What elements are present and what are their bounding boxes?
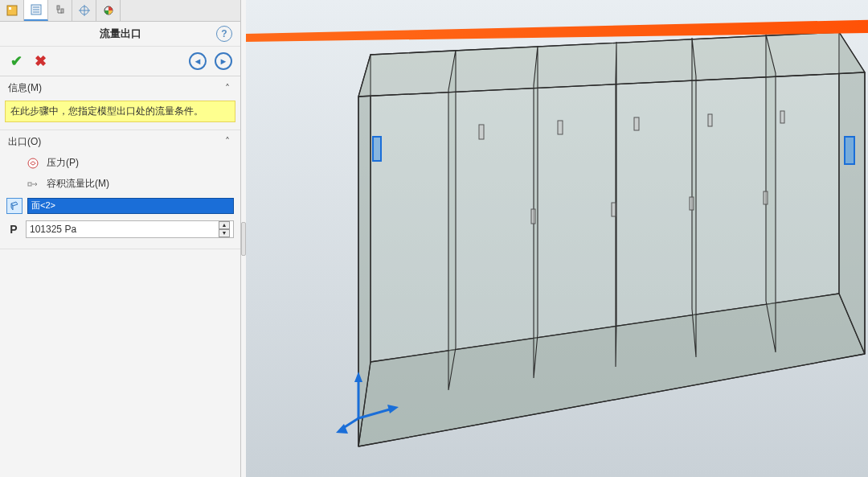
spin-down-button[interactable]: ▼: [219, 229, 230, 237]
chevron-up-icon: ˄: [223, 84, 232, 93]
help-button[interactable]: ?: [216, 26, 232, 42]
svg-rect-32: [612, 203, 616, 216]
chevron-up-icon: ˄: [223, 137, 232, 146]
section-info-label: 信息(M): [8, 81, 42, 95]
svg-rect-36: [845, 137, 854, 164]
ok-button[interactable]: ✔: [8, 53, 24, 69]
graphics-viewport[interactable]: [246, 0, 868, 477]
svg-rect-1: [9, 7, 11, 10]
model-3d-view: [246, 0, 868, 477]
svg-marker-21: [448, 50, 456, 390]
svg-rect-26: [479, 125, 484, 139]
option-pressure-label: 压力(P): [47, 156, 79, 170]
tab-appearance[interactable]: [96, 0, 121, 21]
tab-property-manager[interactable]: [24, 0, 48, 21]
option-volume-ratio-label: 容积流量比(M): [47, 177, 109, 191]
face-icon: [6, 198, 23, 214]
svg-rect-29: [708, 114, 712, 126]
help-icon: ?: [221, 28, 227, 39]
side-tab-strip: [0, 0, 240, 22]
pressure-value-row: P 101325 Pa ▲ ▼: [5, 217, 235, 241]
svg-rect-7: [61, 9, 63, 13]
svg-rect-28: [634, 117, 639, 130]
next-step-button[interactable]: ►: [215, 52, 232, 70]
pressure-spinner: ▲ ▼: [219, 221, 230, 237]
section-outlet-label: 出口(O): [8, 135, 41, 149]
cancel-button[interactable]: ✖: [32, 53, 48, 69]
tab-feature-tree[interactable]: [0, 0, 24, 21]
panel-title: 流量出口: [100, 27, 141, 41]
pressure-icon: [26, 156, 40, 171]
face-selection-value: 面<2>: [31, 199, 55, 212]
face-selection-row: 面<2>: [5, 195, 235, 217]
section-info: 信息(M) ˄ 在此步骤中，您指定模型出口处的流量条件。: [0, 76, 240, 130]
pressure-input-value: 101325 Pa: [30, 224, 76, 235]
panel-title-row: 流量出口 ?: [0, 22, 240, 46]
prev-step-button[interactable]: ◄: [189, 52, 207, 70]
section-info-header[interactable]: 信息(M) ˄: [0, 79, 240, 97]
section-outlet: 出口(O) ˄ 压力(P) 容积流量比(M): [0, 130, 240, 249]
tab-dim-target[interactable]: [72, 0, 96, 21]
svg-rect-34: [764, 191, 768, 204]
section-outlet-header[interactable]: 出口(O) ˄: [0, 133, 240, 151]
spin-up-button[interactable]: ▲: [219, 221, 230, 229]
option-volume-ratio[interactable]: 容积流量比(M): [5, 174, 235, 195]
face-selection-field[interactable]: 面<2>: [27, 198, 234, 214]
pressure-symbol: P: [6, 223, 21, 236]
svg-rect-15: [28, 183, 31, 186]
panel-action-row: ✔ ✖ ◄ ►: [0, 46, 240, 76]
svg-point-14: [28, 158, 38, 168]
svg-rect-33: [690, 197, 694, 210]
property-manager-panel: 流量出口 ? ✔ ✖ ◄ ► 信息(M) ˄ 在此步骤中，您指定模型出口处的流量…: [0, 0, 241, 477]
option-pressure[interactable]: 压力(P): [5, 153, 235, 174]
tab-configuration[interactable]: [48, 0, 72, 21]
svg-rect-0: [7, 6, 17, 15]
svg-rect-6: [57, 6, 59, 10]
info-message: 在此步骤中，您指定模型出口处的流量条件。: [5, 101, 235, 122]
svg-rect-35: [373, 137, 381, 161]
svg-rect-30: [780, 111, 784, 123]
volume-ratio-icon: [26, 177, 40, 191]
svg-rect-31: [531, 209, 535, 224]
pressure-input[interactable]: 101325 Pa ▲ ▼: [26, 220, 234, 238]
svg-rect-27: [558, 121, 563, 134]
